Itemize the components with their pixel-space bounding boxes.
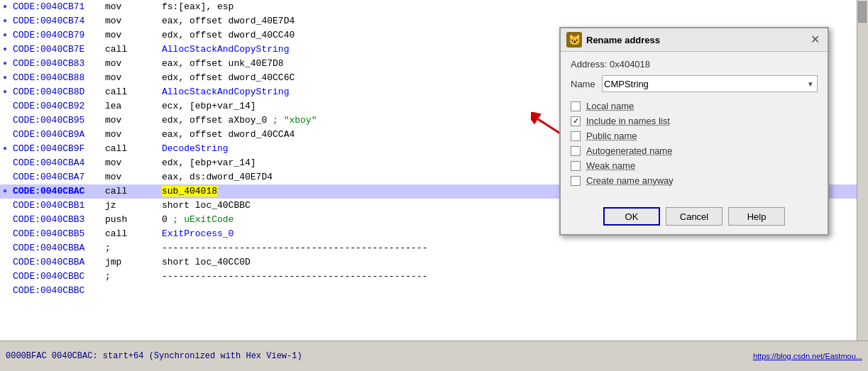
row-dot: ● [0,57,10,71]
name-dropdown-button[interactable]: ▼ [806,80,815,88]
row-mnemonic: mov [102,0,159,14]
row-operand: ----------------------------------------… [159,270,868,284]
status-right-link[interactable]: https://blog.csdn.net/Eastmou... [753,352,862,360]
row-address: CODE:0040CB7E [10,43,102,57]
table-row[interactable]: CODE:0040CBBA;--------------------------… [0,241,868,255]
name-row: Name ▼ [571,75,818,92]
row-operand: eax, offset dword_40E7D4 [159,14,868,28]
address-value: 0x404018 [610,59,650,70]
dialog-title-text: Rename address [586,35,660,45]
checkbox-row-include_in_names: Include in names list [571,116,818,126]
row-mnemonic: mov [102,28,159,43]
table-row[interactable]: CODE:0040CBBAjmpshort loc_40CC0D [0,255,868,270]
row-address: CODE:0040CBA4 [10,156,102,170]
row-mnemonic: call [102,142,159,156]
row-mnemonic: mov [102,57,159,71]
dialog-close-button[interactable]: ✕ [808,33,822,47]
checkbox-label-autogenerated_name: Autogenerated name [586,145,672,156]
table-row[interactable]: CODE:0040CBBC [0,284,868,298]
row-dot: ● [0,14,10,28]
cancel-button[interactable]: Cancel [666,207,723,226]
row-mnemonic: mov [102,170,159,184]
row-address: CODE:0040CB9A [10,128,102,142]
row-mnemonic: ; [102,241,159,255]
row-mnemonic: mov [102,71,159,85]
row-dot [0,99,10,113]
row-address: CODE:0040CB95 [10,113,102,128]
row-address: CODE:0040CBBA [10,255,102,270]
row-mnemonic: lea [102,99,159,113]
row-mnemonic [102,284,159,298]
row-dot: ● [0,28,10,43]
row-address: CODE:0040CBBC [10,270,102,284]
checkbox-row-local_name: Local name [571,101,818,111]
row-operand: short loc_40CC0D [159,255,868,270]
row-mnemonic: jmp [102,255,159,270]
checkbox-public_name[interactable] [571,131,581,141]
row-mnemonic: push [102,213,159,227]
checkbox-local_name[interactable] [571,101,581,111]
row-mnemonic: mov [102,156,159,170]
checkbox-row-public_name: Public name [571,131,818,141]
checkbox-label-local_name: Local name [586,101,634,111]
row-address: CODE:0040CBB5 [10,227,102,241]
row-dot [0,199,10,213]
row-dot [0,284,10,298]
row-mnemonic: mov [102,113,159,128]
rename-address-dialog: 🐱 Rename address ✕ Address: 0x404018 Nam… [559,27,829,236]
dialog-titlebar: 🐱 Rename address ✕ [561,28,828,52]
checkbox-create_name_anyway[interactable] [571,176,581,186]
checkbox-include_in_names[interactable] [571,116,581,126]
status-bar: 0000BFAC 0040CBAC: start+64 (Synchronize… [0,340,868,371]
row-address: CODE:0040CB71 [10,0,102,14]
table-row[interactable]: CODE:0040CBBC;--------------------------… [0,270,868,284]
row-mnemonic: mov [102,14,159,28]
row-dot [0,170,10,184]
row-dot: ● [0,85,10,99]
row-mnemonic: call [102,43,159,57]
checkbox-label-include_in_names: Include in names list [586,116,670,126]
row-dot [0,270,10,284]
row-address: CODE:0040CB8D [10,85,102,99]
address-line: Address: 0x404018 [571,59,818,70]
row-dot [0,113,10,128]
row-dot: ● [0,43,10,57]
row-address: CODE:0040CBBC [10,284,102,298]
checkbox-label-public_name: Public name [586,131,637,141]
checkbox-row-weak_name: Weak name [571,160,818,171]
scrollbar-thumb[interactable] [858,1,867,23]
help-button[interactable]: Help [728,207,785,226]
row-address: CODE:0040CB74 [10,14,102,28]
name-input-wrapper: ▼ [602,75,818,92]
table-row[interactable]: ●CODE:0040CB71movfs:[eax], esp [0,0,868,14]
row-dot: ● [0,71,10,85]
dialog-footer: OK Cancel Help [561,203,828,234]
checkbox-autogenerated_name[interactable] [571,146,581,156]
row-dot [0,241,10,255]
row-dot: ● [0,184,10,199]
row-address: CODE:0040CB79 [10,28,102,43]
row-address: CODE:0040CBB3 [10,213,102,227]
row-operand [159,284,868,298]
row-address: CODE:0040CBA7 [10,170,102,184]
row-dot: ● [0,0,10,14]
checkboxes-section: Local nameInclude in names listPublic na… [571,101,818,186]
name-input[interactable] [604,79,806,89]
row-dot [0,156,10,170]
row-mnemonic: ; [102,270,159,284]
checkbox-weak_name[interactable] [571,161,581,171]
row-mnemonic: call [102,85,159,99]
status-left-text: 0000BFAC 0040CBAC: start+64 (Synchronize… [6,351,302,361]
dialog-avatar-icon: 🐱 [566,32,582,48]
checkbox-label-create_name_anyway: Create name anyway [586,175,674,186]
row-address: CODE:0040CB83 [10,57,102,71]
checkbox-row-autogenerated_name: Autogenerated name [571,145,818,156]
name-label: Name [571,79,598,89]
table-row[interactable]: ●CODE:0040CB74moveax, offset dword_40E7D… [0,14,868,28]
row-address: CODE:0040CB88 [10,71,102,85]
dialog-title-left: 🐱 Rename address [566,32,660,48]
row-dot [0,255,10,270]
ok-button[interactable]: OK [603,207,660,226]
scrollbar[interactable] [857,0,868,340]
checkbox-row-create_name_anyway: Create name anyway [571,175,818,186]
